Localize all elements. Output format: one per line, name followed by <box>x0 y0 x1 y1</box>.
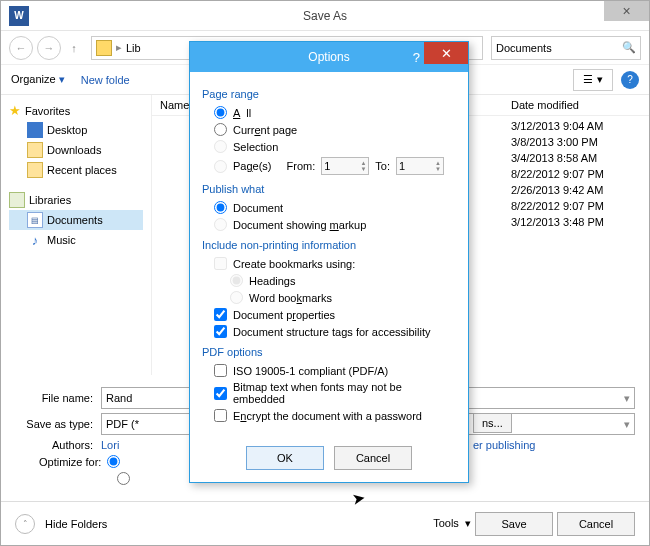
authors-label: Authors: <box>15 439 93 451</box>
from-spinner: 1▲▼ <box>321 157 369 175</box>
create-bookmarks: Create bookmarks using: <box>202 255 456 272</box>
page-range-all[interactable]: All <box>202 104 456 121</box>
pdf-options-label: PDF options <box>202 346 456 358</box>
organize-menu[interactable]: Organize ▾ <box>11 73 65 86</box>
dialog-help-icon[interactable]: ? <box>413 50 420 65</box>
favorites-group[interactable]: ★Favorites <box>9 101 143 120</box>
options-dialog: Options ? ✕ Page range All Current page … <box>189 41 469 483</box>
doc-properties[interactable]: Document properties <box>202 306 456 323</box>
sidebar-item-recent[interactable]: Recent places <box>9 160 143 180</box>
page-range-pages: Page(s) From: 1▲▼ To: 1▲▼ <box>202 155 456 177</box>
optimize-radio-standard[interactable] <box>107 455 120 468</box>
page-range-current[interactable]: Current page <box>202 121 456 138</box>
search-input[interactable]: Documents 🔍 <box>491 36 641 60</box>
savetype-label: Save as type: <box>15 418 93 430</box>
to-spinner: 1▲▼ <box>396 157 444 175</box>
folder-icon <box>27 142 43 158</box>
titlebar: W Save As × <box>1 1 649 31</box>
folder-icon <box>96 40 112 56</box>
document-icon: ▤ <box>27 212 43 228</box>
footer: ˄ Hide Folders Tools ▾ Save Cancel <box>1 501 649 545</box>
address-text: Lib <box>126 42 141 54</box>
tools-menu[interactable]: Tools ▾ <box>433 517 471 530</box>
page-range-label: Page range <box>202 88 456 100</box>
folder-icon <box>27 162 43 178</box>
cancel-button[interactable]: Cancel <box>557 512 635 536</box>
sidebar-item-documents[interactable]: ▤Documents <box>9 210 143 230</box>
desktop-icon <box>27 122 43 138</box>
authors-value[interactable]: Lori <box>101 439 119 451</box>
bookmarks-word: Word bookmarks <box>202 289 456 306</box>
sidebar: ★Favorites Desktop Downloads Recent plac… <box>1 95 151 375</box>
page-range-selection: Selection <box>202 138 456 155</box>
back-button[interactable]: ← <box>9 36 33 60</box>
options-button[interactable]: ns... <box>473 413 512 433</box>
up-button[interactable]: ↑ <box>65 39 83 57</box>
chevron-up-icon[interactable]: ˄ <box>15 514 35 534</box>
filename-label: File name: <box>15 392 93 404</box>
col-date[interactable]: Date modified <box>511 99 641 111</box>
bitmap-text[interactable]: Bitmap text when fonts may not be embedd… <box>202 379 456 407</box>
dialog-title: Options <box>308 50 349 64</box>
sidebar-item-desktop[interactable]: Desktop <box>9 120 143 140</box>
sidebar-item-music[interactable]: ♪Music <box>9 230 143 250</box>
save-button[interactable]: Save <box>475 512 553 536</box>
encrypt-pdf[interactable]: Encrypt the document with a password <box>202 407 456 424</box>
nonprint-label: Include non-printing information <box>202 239 456 251</box>
search-icon: 🔍 <box>622 41 636 54</box>
iso-compliant[interactable]: ISO 19005-1 compliant (PDF/A) <box>202 362 456 379</box>
view-button[interactable]: ☰ ▾ <box>573 69 613 91</box>
libraries-group[interactable]: Libraries <box>9 190 143 210</box>
hide-folders-link[interactable]: Hide Folders <box>45 518 107 530</box>
after-publish-link[interactable]: er publishing <box>473 439 535 451</box>
help-icon[interactable]: ? <box>621 71 639 89</box>
dialog-titlebar: Options ? ✕ <box>190 42 468 72</box>
ok-button[interactable]: OK <box>246 446 324 470</box>
bookmarks-headings: Headings <box>202 272 456 289</box>
doc-structure-tags[interactable]: Document structure tags for accessibilit… <box>202 323 456 340</box>
new-folder-button[interactable]: New folde <box>81 74 130 86</box>
star-icon: ★ <box>9 103 21 118</box>
library-icon <box>9 192 25 208</box>
window-title: Save As <box>303 9 347 23</box>
word-icon: W <box>9 6 29 26</box>
close-icon[interactable]: × <box>604 1 649 21</box>
publish-document[interactable]: Document <box>202 199 456 216</box>
optimize-radio-minimum[interactable] <box>117 472 130 485</box>
forward-button[interactable]: → <box>37 36 61 60</box>
optimize-label: Optimize for: <box>39 456 101 468</box>
search-placeholder: Documents <box>496 42 552 54</box>
music-icon: ♪ <box>27 232 43 248</box>
publish-markup: Document showing markup <box>202 216 456 233</box>
sidebar-item-downloads[interactable]: Downloads <box>9 140 143 160</box>
dialog-cancel-button[interactable]: Cancel <box>334 446 412 470</box>
dialog-close-icon[interactable]: ✕ <box>424 42 468 64</box>
publish-label: Publish what <box>202 183 456 195</box>
